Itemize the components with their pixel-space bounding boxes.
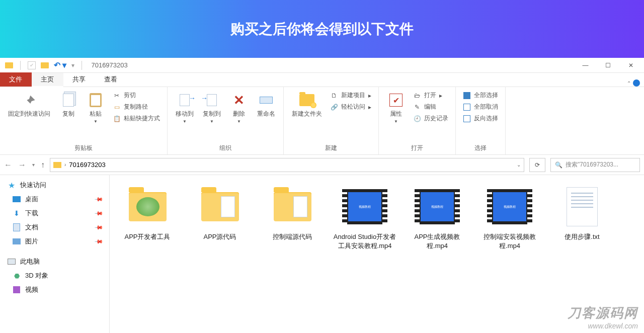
invert-selection-button[interactable]: 反向选择 bbox=[461, 113, 500, 124]
copy-button[interactable]: 复制 bbox=[56, 90, 80, 119]
group-label: 新建 bbox=[289, 143, 373, 153]
file-item[interactable]: 使用步骤.txt bbox=[549, 184, 615, 251]
ribbon-group-open: ✔ 属性▼ 🗁打开 ▸ ✎编辑 🕘历史记录 打开 bbox=[379, 87, 456, 154]
file-icon bbox=[125, 184, 170, 229]
history-dropdown-button[interactable]: ⌄ bbox=[517, 162, 521, 168]
open-button[interactable]: 🗁打开 ▸ bbox=[411, 90, 450, 101]
edit-button[interactable]: ✎编辑 bbox=[411, 102, 450, 112]
cut-button[interactable]: ✂剪切 bbox=[111, 90, 162, 101]
nav-forward-button[interactable]: → bbox=[18, 160, 26, 170]
pin-icon: 📌 bbox=[94, 222, 103, 232]
easy-access-button[interactable]: 🔗轻松访问 ▸ bbox=[328, 102, 373, 112]
file-name: APP开发者工具 bbox=[124, 232, 170, 241]
rename-button[interactable]: 重命名 bbox=[254, 90, 278, 119]
file-name: 使用步骤.txt bbox=[565, 232, 599, 241]
file-name: APP源代码 bbox=[203, 232, 236, 241]
tab-file[interactable]: 文件 bbox=[0, 72, 32, 87]
file-item[interactable]: 视频教程APP生成视频教程.mp4 bbox=[405, 184, 470, 251]
select-none-button[interactable]: 全部取消 bbox=[461, 102, 500, 112]
file-name: APP生成视频教程.mp4 bbox=[405, 232, 470, 251]
file-icon: 视频教程 bbox=[342, 184, 387, 229]
paste-button[interactable]: 粘贴 ▼ bbox=[84, 90, 108, 126]
file-item[interactable]: 控制端源代码 bbox=[260, 184, 325, 251]
file-item[interactable]: 视频教程Android Studio开发者工具安装教程.mp4 bbox=[332, 184, 397, 251]
close-button[interactable]: ✕ bbox=[619, 58, 642, 72]
divider bbox=[20, 61, 21, 70]
banner-title: 购买之后你将会得到以下文件 bbox=[230, 20, 414, 39]
nav-up-button[interactable]: ↑ bbox=[41, 160, 45, 170]
sidebar-item-desktop[interactable]: 桌面 📌 bbox=[0, 192, 109, 206]
navigation-sidebar: ★ 快速访问 桌面 📌 ⬇ 下载 📌 文档 📌 图片 📌 此电脑 bbox=[0, 175, 110, 333]
folder-qat-icon[interactable] bbox=[41, 62, 49, 68]
select-all-button[interactable]: 全部选择 bbox=[461, 90, 500, 101]
nav-recent-button[interactable]: ▾ bbox=[32, 162, 35, 168]
properties-button[interactable]: ✔ 属性▼ bbox=[384, 90, 408, 126]
refresh-button[interactable]: ⟳ bbox=[529, 158, 545, 172]
new-folder-button[interactable]: 新建文件夹 bbox=[289, 90, 325, 119]
help-icon[interactable] bbox=[633, 79, 640, 87]
sidebar-item-documents[interactable]: 文档 📌 bbox=[0, 220, 109, 234]
sidebar-item-downloads[interactable]: ⬇ 下载 📌 bbox=[0, 206, 109, 220]
minimize-button[interactable]: — bbox=[574, 58, 597, 72]
file-item[interactable]: 视频教程控制端安装视频教程.mp4 bbox=[477, 184, 542, 251]
properties-qat-icon[interactable]: ✔ bbox=[28, 61, 36, 69]
pin-to-quick-access-button[interactable]: 固定到快速访问 bbox=[5, 90, 53, 119]
file-item[interactable]: APP开发者工具 bbox=[115, 184, 180, 251]
delete-button[interactable]: ✕ 删除▼ bbox=[227, 90, 251, 126]
folder-icon bbox=[53, 162, 61, 168]
desktop-icon bbox=[13, 196, 21, 202]
copy-path-button[interactable]: ▭复制路径 bbox=[111, 102, 162, 112]
ribbon-tabs: 文件 主页 共享 查看 ⌃ bbox=[0, 73, 644, 87]
pin-icon: 📌 bbox=[94, 208, 103, 218]
tab-view[interactable]: 查看 bbox=[95, 72, 127, 87]
sidebar-item-3d-objects[interactable]: ⬣ 3D 对象 bbox=[0, 269, 109, 283]
history-button[interactable]: 🕘历史记录 bbox=[411, 113, 450, 124]
window-title: 7016973203 bbox=[91, 61, 127, 69]
ribbon: 固定到快速访问 复制 粘贴 ▼ ✂剪切 ▭复制路径 📋粘贴快捷方式 剪贴板 → bbox=[0, 87, 644, 155]
paste-shortcut-button[interactable]: 📋粘贴快捷方式 bbox=[111, 113, 162, 124]
file-icon bbox=[197, 184, 243, 229]
file-icon bbox=[559, 184, 605, 229]
this-pc-icon bbox=[8, 259, 16, 265]
file-icon bbox=[270, 184, 315, 229]
ribbon-group-select: 全部选择 全部取消 反向选择 选择 bbox=[456, 87, 506, 154]
tab-home[interactable]: 主页 bbox=[32, 73, 63, 87]
search-icon: 🔍 bbox=[555, 161, 562, 169]
sidebar-item-pictures[interactable]: 图片 📌 bbox=[0, 234, 109, 248]
search-input[interactable]: 🔍 搜索"7016973203... bbox=[550, 158, 640, 172]
videos-icon bbox=[13, 286, 20, 293]
title-bar: ✔ ↶ ▾ ▾ 7016973203 — ☐ ✕ bbox=[0, 58, 644, 73]
file-icon: 视频教程 bbox=[487, 184, 532, 229]
maximize-button[interactable]: ☐ bbox=[597, 58, 619, 72]
ribbon-group-organize: → 移动到▼ → 复制到▼ ✕ 删除▼ 重命名 组织 bbox=[168, 87, 284, 154]
watermark: 刀客源码网 www.dkewl.com bbox=[568, 304, 638, 330]
file-item[interactable]: APP源代码 bbox=[187, 184, 253, 251]
address-bar: ← → ▾ ↑ › 7016973203 ⌄ ⟳ 🔍 搜索"7016973203… bbox=[0, 155, 644, 175]
file-grid[interactable]: APP开发者工具APP源代码控制端源代码视频教程Android Studio开发… bbox=[110, 175, 644, 333]
undo-button[interactable]: ↶ ▾ bbox=[54, 60, 66, 70]
group-label: 剪贴板 bbox=[5, 143, 162, 153]
downloads-icon: ⬇ bbox=[12, 209, 21, 218]
pin-icon: 📌 bbox=[94, 194, 103, 204]
nav-back-button[interactable]: ← bbox=[4, 160, 12, 170]
star-icon: ★ bbox=[7, 181, 16, 190]
copy-to-button[interactable]: → 复制到▼ bbox=[200, 90, 224, 126]
move-to-button[interactable]: → 移动到▼ bbox=[173, 90, 197, 126]
pin-icon: 📌 bbox=[94, 236, 103, 246]
group-label: 组织 bbox=[173, 143, 278, 153]
promo-banner: 购买之后你将会得到以下文件 bbox=[0, 0, 644, 58]
divider bbox=[82, 61, 82, 70]
cube-icon: ⬣ bbox=[12, 271, 21, 280]
ribbon-expand[interactable]: ⌃ bbox=[623, 79, 644, 87]
file-icon: 视频教程 bbox=[415, 184, 460, 229]
sidebar-item-quick-access[interactable]: ★ 快速访问 bbox=[0, 178, 109, 192]
file-name: 控制端安装视频教程.mp4 bbox=[477, 232, 542, 251]
ribbon-group-clipboard: 固定到快速访问 复制 粘贴 ▼ ✂剪切 ▭复制路径 📋粘贴快捷方式 剪贴板 bbox=[0, 87, 168, 154]
group-label: 打开 bbox=[384, 143, 450, 153]
sidebar-item-videos[interactable]: 视频 bbox=[0, 283, 109, 297]
breadcrumb[interactable]: 7016973203 bbox=[69, 161, 105, 169]
new-item-button[interactable]: 🗋新建项目 ▸ bbox=[328, 90, 373, 101]
tab-share[interactable]: 共享 bbox=[63, 72, 95, 87]
sidebar-item-this-pc[interactable]: 此电脑 bbox=[0, 255, 109, 269]
address-field[interactable]: › 7016973203 ⌄ bbox=[50, 158, 524, 172]
